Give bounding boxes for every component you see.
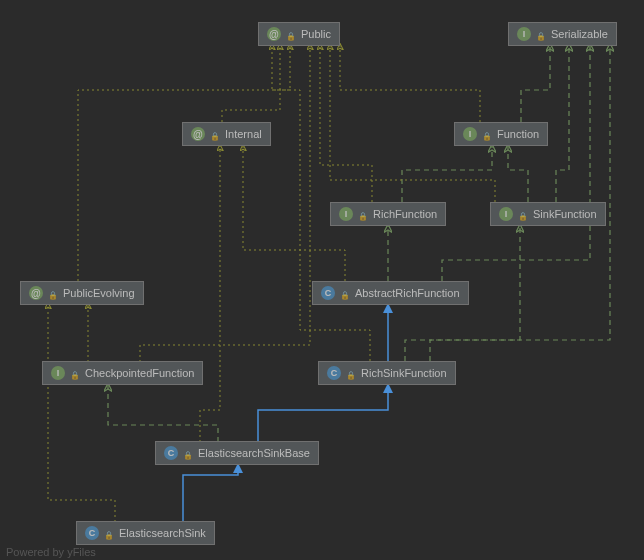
edge	[48, 303, 115, 532]
node-function[interactable]: Function	[454, 122, 548, 146]
annotation-icon	[29, 286, 43, 300]
lock-icon	[48, 288, 58, 298]
edge	[508, 145, 528, 202]
node-label: SinkFunction	[533, 208, 597, 220]
lock-icon	[210, 129, 220, 139]
edge	[521, 44, 550, 122]
edge	[108, 384, 218, 442]
node-public[interactable]: Public	[258, 22, 340, 46]
edge	[340, 44, 480, 122]
lock-icon	[346, 368, 356, 378]
interface-icon	[499, 207, 513, 221]
edge	[140, 44, 310, 362]
node-sinkfunction[interactable]: SinkFunction	[490, 202, 606, 226]
edge	[222, 44, 280, 122]
node-label: Function	[497, 128, 539, 140]
annotation-icon	[191, 127, 205, 141]
node-checkpointedfunction[interactable]: CheckpointedFunction	[42, 361, 203, 385]
edge	[320, 44, 372, 202]
node-richfunction[interactable]: RichFunction	[330, 202, 446, 226]
node-elasticsearchsink[interactable]: ElasticsearchSink	[76, 521, 215, 545]
interface-icon	[463, 127, 477, 141]
node-label: ElasticsearchSink	[119, 527, 206, 539]
lock-icon	[70, 368, 80, 378]
edge	[200, 145, 220, 442]
node-label: RichFunction	[373, 208, 437, 220]
node-label: CheckpointedFunction	[85, 367, 194, 379]
node-label: Serializable	[551, 28, 608, 40]
lock-icon	[518, 209, 528, 219]
lock-icon	[536, 29, 546, 39]
node-publicevolving[interactable]: PublicEvolving	[20, 281, 144, 305]
edge	[258, 384, 388, 442]
interface-icon	[517, 27, 531, 41]
class-icon	[327, 366, 341, 380]
node-richsinkfunction[interactable]: RichSinkFunction	[318, 361, 456, 385]
interface-icon	[51, 366, 65, 380]
lock-icon	[482, 129, 492, 139]
node-abstractrichfunction[interactable]: AbstractRichFunction	[312, 281, 469, 305]
node-label: ElasticsearchSinkBase	[198, 447, 310, 459]
lock-icon	[358, 209, 368, 219]
node-elasticsearchsinkbase[interactable]: ElasticsearchSinkBase	[155, 441, 319, 465]
edge	[402, 145, 492, 202]
class-icon	[321, 286, 335, 300]
edge	[78, 44, 290, 281]
node-serializable[interactable]: Serializable	[508, 22, 617, 46]
lock-icon	[104, 528, 114, 538]
edges-layer	[0, 0, 644, 560]
class-icon	[85, 526, 99, 540]
lock-icon	[286, 29, 296, 39]
lock-icon	[340, 288, 350, 298]
node-label: AbstractRichFunction	[355, 287, 460, 299]
interface-icon	[339, 207, 353, 221]
lock-icon	[183, 448, 193, 458]
edge	[556, 44, 569, 202]
node-label: RichSinkFunction	[361, 367, 447, 379]
node-label: PublicEvolving	[63, 287, 135, 299]
annotation-icon	[267, 27, 281, 41]
edge	[442, 44, 590, 281]
node-label: Public	[301, 28, 331, 40]
class-icon	[164, 446, 178, 460]
node-label: Internal	[225, 128, 262, 140]
node-internal[interactable]: Internal	[182, 122, 271, 146]
